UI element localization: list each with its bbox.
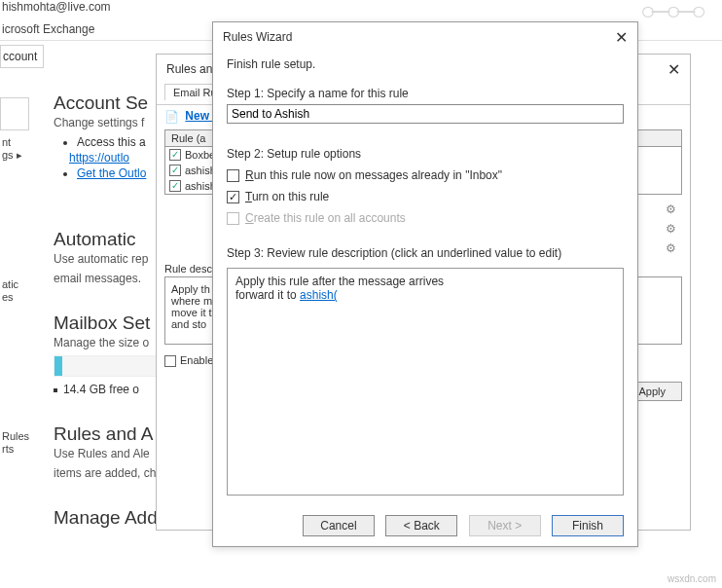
outlook-app-link[interactable]: Get the Outlo [77,166,146,180]
finish-button[interactable]: Finish [552,515,624,536]
step3-label: Step 3: Review rule description (click a… [227,246,624,260]
nav-text-nt: nt [0,136,34,149]
rule-action-icons: ⚙ ⚙ ⚙ [663,202,680,261]
turn-on-label: Turn on this rule [245,190,329,203]
rule-icon: ⚙ [663,241,678,259]
next-button: Next > [469,515,541,536]
all-accounts-checkbox [227,212,239,225]
nav-text-rts: rts [0,443,34,456]
run-now-checkbox[interactable] [227,169,239,182]
watermark: wsxdn.com [668,573,716,584]
storage-free-text: 14.4 GB free o [63,383,139,396]
all-accounts-checkbox-row: Create this rule on all accounts [227,211,624,225]
forward-recipient-link[interactable]: ashish( [300,288,338,302]
nav-text-rules: Rules [0,430,34,443]
run-now-label: Run this rule now on messages already in… [245,168,502,182]
step1-label: Step 1: Specify a name for this rule [227,87,624,100]
nav-text-gs: gs ▸ [0,149,34,162]
rules-dialog-close-icon[interactable]: ✕ [668,60,680,79]
review-line-2: forward it to ashish( [235,288,615,302]
turn-on-checkbox-row[interactable]: Turn on this rule [227,190,624,203]
rule-name-input[interactable] [227,104,624,124]
nav-icon-1[interactable] [0,97,29,130]
wizard-heading: Finish rule setup. [227,57,624,71]
wizard-close-icon[interactable]: ✕ [615,28,628,47]
nav-text-es: es [0,291,34,304]
nav-text-atic: atic [0,278,34,291]
rule-icon: ⚙ [663,222,678,239]
rules-wizard-dialog: Rules Wizard ✕ Finish rule setup. Step 1… [212,21,638,547]
account-email: hishmohta@live.com [0,0,722,18]
review-line-1: Apply this rule after the message arrive… [235,275,615,288]
rule-review-box: Apply this rule after the message arrive… [227,268,624,496]
account-button-partial[interactable]: ccount [0,45,44,68]
step2-label: Step 2: Setup rule options [227,147,624,161]
decorative-lines: ○─○─○ [640,0,703,26]
wizard-title: Rules Wizard [223,30,292,44]
all-accounts-label: Create this rule on all accounts [245,211,406,225]
left-nav-partial: nt gs ▸ atic es Rules rts [0,97,34,456]
run-now-checkbox-row[interactable]: Run this rule now on messages already in… [227,168,624,182]
back-button[interactable]: < Back [385,515,457,536]
cancel-button[interactable]: Cancel [303,515,375,536]
new-rule-icon: 📄 [164,110,178,124]
turn-on-checkbox[interactable] [227,191,239,203]
outlook-web-link[interactable]: https://outlo [69,151,129,165]
rule-icon: ⚙ [663,202,678,220]
